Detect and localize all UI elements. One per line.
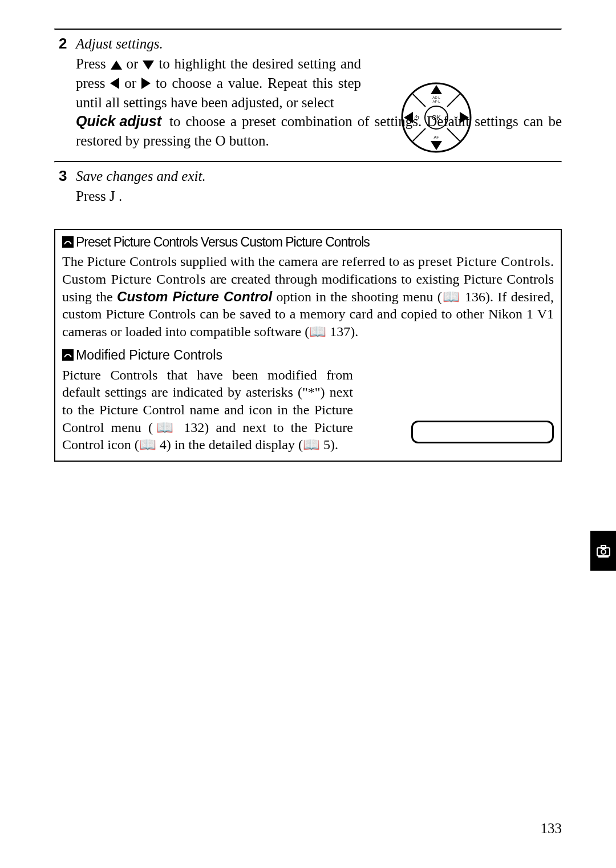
note1-preset-word: preset Picture Controls	[418, 254, 550, 269]
note2-title: Modified Picture Controls	[76, 348, 222, 362]
svg-point-14	[601, 550, 606, 554]
quick-adjust-label: Quick adjust	[76, 112, 164, 131]
down-arrow-icon	[143, 60, 154, 70]
note1-body-b: .	[550, 254, 554, 269]
camera-tab-icon	[595, 543, 611, 559]
af-label: AF	[434, 135, 439, 139]
step-2-number: 2	[59, 35, 67, 53]
ok-label: OK	[432, 114, 441, 121]
note1-custom-word: Custom Picture Controls	[62, 272, 206, 286]
step-2-text-d: or	[119, 75, 141, 91]
step-3-title: Save changes and exit.	[76, 168, 562, 184]
notes-box: Preset Picture Controls Versus Custom Pi…	[54, 229, 562, 462]
note2-body: Picture Controls that have been modified…	[62, 366, 353, 454]
svg-rect-13	[601, 546, 606, 548]
step-2-text-a: Press	[76, 56, 111, 71]
left-glyph: ⏱	[414, 115, 420, 121]
step-2-body-constrained: Press or to highlight the desired settin…	[76, 54, 361, 112]
note-icon-2	[62, 348, 74, 365]
note1-body-a: The Picture Controls supplied with the c…	[62, 254, 418, 269]
svg-marker-6	[431, 85, 442, 94]
note-modified-controls: Modified Picture Controls Picture Contro…	[62, 346, 554, 454]
section-tab	[590, 531, 616, 571]
page-number: 133	[541, 821, 562, 837]
right-arrow-icon	[141, 78, 151, 89]
svg-line-5	[447, 128, 460, 141]
svg-marker-9	[460, 112, 469, 123]
note1-title: Preset Picture Controls Versus Custom Pi…	[76, 235, 370, 249]
lcd-screenshot-placeholder	[411, 421, 554, 443]
step-3-number: 3	[59, 167, 67, 185]
note1-title-row: Preset Picture Controls Versus Custom Pi…	[62, 233, 554, 252]
left-arrow-icon	[110, 78, 119, 89]
step-2-body-full: Quick adjust to choose a preset combinat…	[76, 112, 562, 151]
ael-label: AE-L	[432, 96, 440, 99]
note-preset-vs-custom: Preset Picture Controls Versus Custom Pi…	[62, 233, 554, 341]
multi-selector-illustration: OK AE-L AF-L AF ⏱ ☀	[399, 80, 473, 157]
svg-line-4	[413, 128, 425, 141]
step-2-block: 2 Adjust settings. Press or to highlight…	[54, 30, 562, 161]
step-3-body: Press J .	[76, 187, 562, 206]
step-2-title: Adjust settings.	[76, 36, 562, 52]
right-glyph: ☀	[453, 115, 459, 121]
afl-label: AF-L	[432, 100, 440, 103]
note2-title-row: Modified Picture Controls	[62, 346, 554, 365]
step-3-block: 3 Save changes and exit. Press J .	[54, 163, 562, 216]
note-icon-1	[62, 235, 74, 252]
step-2-text-b: or	[122, 56, 143, 71]
svg-marker-7	[431, 141, 442, 150]
svg-line-2	[413, 94, 425, 107]
svg-line-3	[447, 94, 460, 107]
custom-picture-control-label: Custom Picture Control	[117, 289, 272, 304]
note1-body: The Picture Controls supplied with the c…	[62, 253, 554, 341]
up-arrow-icon	[111, 60, 122, 70]
svg-marker-8	[404, 112, 413, 123]
